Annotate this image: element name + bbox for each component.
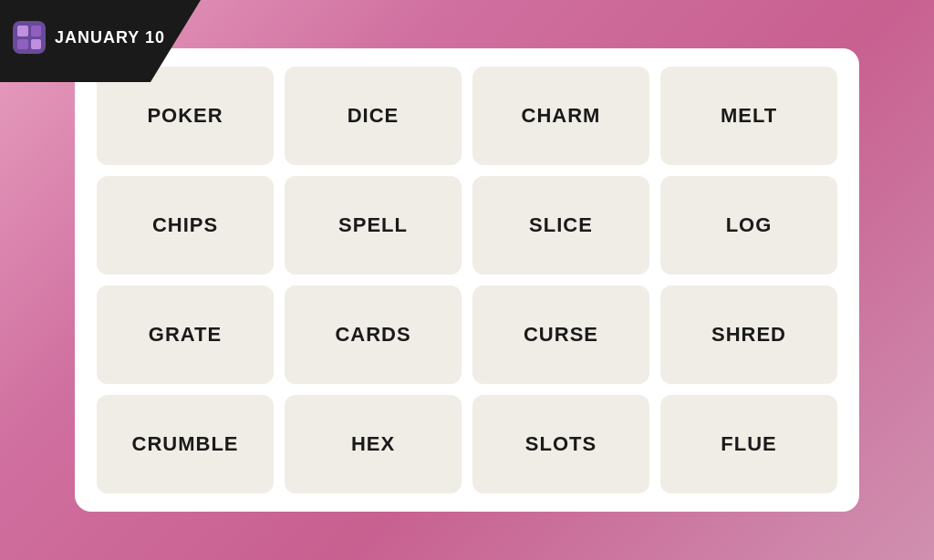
card-curse[interactable]: CURSE [472,285,649,384]
card-log[interactable]: LOG [660,176,837,275]
card-label-curse: CURSE [524,323,598,347]
card-label-spell: SPELL [338,213,408,237]
card-chips[interactable]: CHIPS [97,176,274,275]
card-label-cards: CARDS [335,323,410,347]
card-slots[interactable]: SLOTS [472,395,649,493]
card-melt[interactable]: MELT [660,67,837,165]
card-hex[interactable]: HEX [285,395,462,493]
banner-content: JANUARY 10 [13,21,165,54]
card-label-slice: SLICE [529,213,593,237]
card-charm[interactable]: CHARM [472,67,649,165]
card-crumble[interactable]: CRUMBLE [97,395,274,493]
card-spell[interactable]: SPELL [285,176,462,275]
word-grid: POKERDICECHARMMELTCHIPSSPELLSLICELOGGRAT… [97,67,837,493]
card-label-grate: GRATE [149,323,222,347]
card-grate[interactable]: GRATE [97,285,274,384]
banner-date: JANUARY 10 [55,28,165,47]
card-label-hex: HEX [351,432,395,456]
card-slice[interactable]: SLICE [472,176,649,275]
card-dice[interactable]: DICE [285,67,462,165]
app-icon [13,21,46,54]
card-label-melt: MELT [721,104,777,128]
card-label-slots: SLOTS [525,432,597,456]
card-cards[interactable]: CARDS [285,285,462,384]
game-board: POKERDICECHARMMELTCHIPSSPELLSLICELOGGRAT… [75,48,859,512]
card-label-crumble: CRUMBLE [132,432,239,456]
card-label-log: LOG [726,213,773,237]
card-label-flue: FLUE [721,432,776,456]
card-label-shred: SHRED [711,323,786,347]
card-shred[interactable]: SHRED [660,285,837,384]
card-label-dice: DICE [348,104,400,128]
card-label-chips: CHIPS [152,213,218,237]
card-flue[interactable]: FLUE [660,395,837,493]
card-label-charm: CHARM [522,104,601,128]
card-label-poker: POKER [147,104,223,128]
